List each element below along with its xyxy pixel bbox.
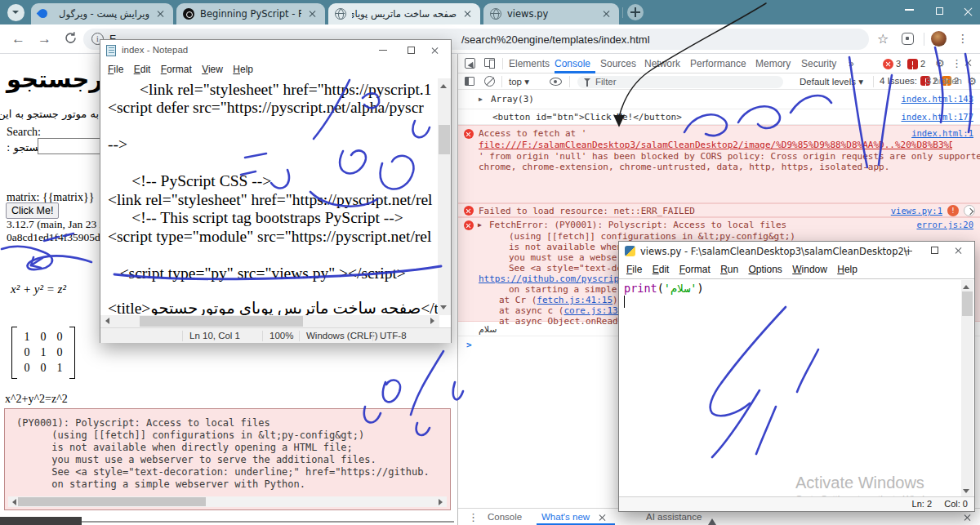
drawer-tab-console[interactable]: Console [488,512,522,522]
bookmark-star-icon[interactable]: ☆ [877,31,889,47]
menu-window[interactable]: Window [792,261,827,278]
drawer-tab-whats-new[interactable]: What's new [541,512,590,522]
tab-sources[interactable]: Sources [600,58,636,69]
notepad-text-area[interactable]: <link rel="stylesheet" href="https://pys… [100,78,439,315]
issue-circle-icon[interactable]: ! [947,205,959,216]
close-icon[interactable] [431,47,439,55]
stack-link[interactable]: fetch.js:41:15 [537,295,612,305]
menu-format[interactable]: Format [679,261,710,278]
tab-close-icon[interactable] [462,8,474,20]
drawer-menu-icon[interactable]: ⋮ [468,511,479,523]
minimize-icon[interactable] [379,50,387,51]
tab-console[interactable]: Console [555,58,590,69]
menu-help[interactable]: Help [233,61,253,78]
menu-run[interactable]: Run [720,261,738,278]
menu-help[interactable]: Help [837,261,858,278]
console-error-row[interactable]: Access to fetch at ' file:///F:/salamCle… [458,125,980,203]
scroll-up-icon[interactable] [963,282,969,289]
scroll-right-icon[interactable] [439,499,446,505]
tab-close-icon[interactable] [307,8,318,20]
idle-title-bar[interactable]: views.py - F:\salamCleanDesktop3\salamCl… [619,242,974,261]
tab-security[interactable]: Security [801,58,836,69]
clear-console-icon[interactable] [484,76,495,87]
horizontal-scrollbar[interactable] [8,496,447,507]
back-button[interactable]: ← [11,31,25,47]
more-tabs-icon[interactable]: » [849,58,854,69]
console-error-row[interactable]: Failed to load resource: net::ERR_FAILED… [458,203,980,217]
drawer-tab-ai-assistance[interactable]: AI assistance [646,512,702,522]
scroll-left-icon[interactable] [102,318,109,324]
scroll-down-icon[interactable] [440,305,447,313]
source-location-link[interactable]: views.py:1 [891,206,942,216]
tab-search-button[interactable] [7,4,24,21]
menu-view[interactable]: View [202,61,223,78]
menu-edit[interactable]: Edit [653,261,670,278]
tab-virgool[interactable]: ویرایش پست - ویرگول [31,3,173,24]
menu-edit[interactable]: Edit [134,61,151,78]
tab-viewspy[interactable]: views.py [483,3,619,24]
inspect-element-icon[interactable] [465,58,475,69]
issues-count-icon[interactable] [907,59,918,69]
tab-matrix-page-active[interactable]: صفحه ساخت ماتریس پویای موتو [328,3,480,24]
tab-network[interactable]: Network [644,58,680,69]
menu-options[interactable]: Options [749,261,782,278]
vertical-scrollbar[interactable] [438,78,451,315]
context-selector[interactable]: top ▾ [509,76,529,87]
log-levels-dropdown[interactable]: Default levels ▾ [800,76,863,87]
file-url-link[interactable]: file:///F:/salamCleanDesktop3/salamClean… [479,140,952,150]
open-source-icon[interactable] [964,205,975,216]
settings-gear-icon[interactable]: ⚙ [935,57,945,69]
console-sidebar-icon[interactable] [465,77,474,86]
console-row[interactable]: <button id="btn">Click Me!</button> inde… [458,109,980,125]
horizontal-scrollbar[interactable] [100,315,439,327]
menu-format[interactable]: Format [161,61,192,78]
menu-file[interactable]: File [108,61,123,78]
scrollbar-thumb[interactable] [140,316,303,327]
tab-close-icon[interactable] [155,8,167,20]
minimize-icon[interactable] [904,251,912,251]
reload-button[interactable] [64,31,78,48]
source-location-link[interactable]: index.html:143 [901,94,973,104]
notepad-title-bar[interactable]: index - Notepad [100,40,451,61]
maximize-icon[interactable] [931,247,938,254]
scroll-down-icon[interactable] [963,489,969,496]
drawer-tab-close-icon[interactable] [599,514,607,522]
drawer-close-icon[interactable] [964,514,972,522]
vertical-scrollbar[interactable] [961,280,973,498]
window-close-button[interactable] [964,7,973,16]
error-count-icon[interactable] [883,59,893,69]
window-minimize-button[interactable] [905,9,914,11]
live-expression-eye-icon[interactable] [550,78,562,86]
scroll-up-icon[interactable] [440,81,447,88]
expand-triangle-icon[interactable]: ▶ [478,221,482,229]
scrollbar-thumb[interactable] [439,125,450,154]
scrollbar-thumb[interactable] [18,497,206,506]
browser-menu-icon[interactable]: ⋮ [957,32,969,45]
tab-performance[interactable]: Performance [690,58,746,69]
profile-avatar[interactable] [931,31,947,47]
scroll-left-icon[interactable] [9,499,16,505]
forward-button[interactable]: → [38,31,51,47]
extensions-icon[interactable] [902,33,914,45]
maximize-icon[interactable] [408,47,415,54]
console-settings-gear-icon[interactable]: ⚙ [967,75,977,87]
source-location-link[interactable]: index.html:177 [901,112,973,122]
source-location-link[interactable]: error.js:20 [916,220,973,229]
idle-code-area[interactable]: print('سلام') Activate Windows Go to Set… [619,278,974,498]
scroll-right-icon[interactable] [430,318,438,324]
new-tab-button[interactable] [627,4,644,20]
close-icon[interactable] [955,247,963,255]
issues-label[interactable]: 4 Issues: [880,76,917,86]
console-row[interactable]: ▶ Array(3) index.html:143 [458,90,980,109]
hidden-messages-label[interactable]: 3 hidden [926,76,962,86]
window-maximize-button[interactable] [936,7,943,15]
source-location-link[interactable]: index.html:1 [911,128,973,138]
menu-file[interactable]: File [626,261,642,278]
devtools-menu-icon[interactable]: ⋮ [951,57,962,69]
expand-triangle-icon[interactable]: ▶ [479,96,483,103]
tab-close-icon[interactable] [601,8,612,20]
tab-pyscript[interactable]: Beginning PyScript - PyScript [176,3,325,24]
click-me-button[interactable]: Click Me! [6,202,59,219]
tab-elements[interactable]: Elements [509,58,550,69]
scrollbar-thumb[interactable] [962,291,973,316]
